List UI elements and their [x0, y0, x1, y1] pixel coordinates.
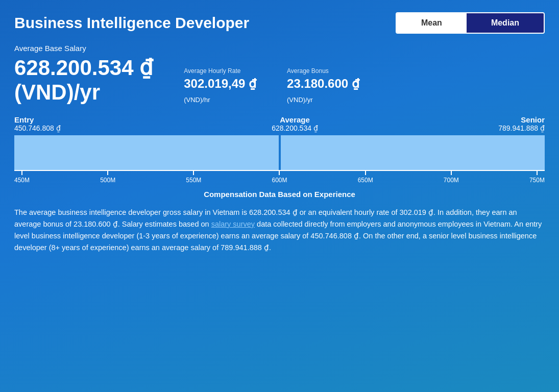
tick-mark-4	[365, 171, 366, 175]
tick-label-2: 550M	[186, 177, 201, 184]
tick-mark-3	[279, 171, 280, 175]
tick-5: 700M	[444, 171, 459, 184]
average-value: 628.200.534 ₫	[272, 124, 318, 132]
tick-mark-2	[193, 171, 194, 175]
salary-section: Average Base Salary 628.200.534 ₫ (VND)/…	[14, 44, 545, 105]
entry-title: Entry	[14, 115, 61, 124]
tick-mark-1	[107, 171, 108, 175]
main-salary-block: 628.200.534 ₫ (VND)/yr	[14, 56, 153, 105]
average-title: Average	[272, 115, 318, 124]
hourly-rate-block: Average Hourly Rate 302.019,49 ₫ (VND)/h…	[184, 67, 256, 105]
chart-section: Entry 450.746.808 ₫ Average 628.200.534 …	[14, 115, 545, 199]
senior-value: 789.941.888 ₫	[498, 124, 545, 132]
hourly-rate-label: Average Hourly Rate	[184, 67, 256, 75]
main-salary-value: 628.200.534 ₫ (VND)/yr	[14, 56, 153, 105]
main-salary-unit: (VND)/yr	[14, 80, 100, 104]
main-salary-number: 628.200.534 ₫	[14, 56, 153, 80]
tick-2: 550M	[186, 171, 201, 184]
entry-label-block: Entry 450.746.808 ₫	[14, 115, 61, 132]
page-title: Business Intelligence Developer	[14, 14, 249, 32]
tick-1: 500M	[100, 171, 115, 184]
bar-area	[14, 135, 545, 170]
description: The average business intelligence develo…	[14, 207, 545, 254]
tick-6: 750M	[529, 171, 545, 184]
tick-label-4: 650M	[358, 177, 373, 184]
axis-ticks: 450M 500M 550M 600M 650M 700M	[14, 171, 545, 184]
mean-median-toggle[interactable]: Mean Median	[396, 12, 545, 34]
tick-0: 450M	[14, 171, 30, 184]
senior-title: Senior	[498, 115, 545, 124]
bar-left	[14, 135, 279, 170]
tick-mark-6	[537, 171, 538, 175]
bonus-value: 23.180.600 ₫ (VND)/yr	[287, 77, 359, 105]
chart-title: Compensation Data Based on Experience	[14, 190, 545, 199]
median-button[interactable]: Median	[467, 13, 544, 33]
page-header: Business Intelligence Developer Mean Med…	[14, 12, 545, 34]
chart-container: 450M 500M 550M 600M 650M 700M	[14, 135, 545, 184]
tick-label-0: 450M	[14, 177, 30, 184]
tick-label-5: 700M	[444, 177, 459, 184]
bar-right	[281, 135, 545, 170]
hourly-rate-value: 302.019,49 ₫ (VND)/hr	[184, 77, 256, 105]
avg-base-label: Average Base Salary	[14, 44, 545, 53]
tick-label-3: 600M	[272, 177, 287, 184]
salary-survey-link[interactable]: salary survey	[211, 220, 255, 228]
tick-label-1: 500M	[100, 177, 115, 184]
tick-mark-0	[21, 171, 22, 175]
bonus-block: Average Bonus 23.180.600 ₫ (VND)/yr	[287, 67, 359, 105]
tick-mark-5	[451, 171, 452, 175]
bonus-label: Average Bonus	[287, 67, 359, 75]
average-label-block: Average 628.200.534 ₫	[272, 115, 318, 132]
tick-4: 650M	[358, 171, 373, 184]
tick-3: 600M	[272, 171, 287, 184]
tick-label-6: 750M	[529, 177, 545, 184]
entry-value: 450.746.808 ₫	[14, 124, 61, 132]
senior-label-block: Senior 789.941.888 ₫	[498, 115, 545, 132]
mean-button[interactable]: Mean	[397, 13, 467, 33]
salary-row: 628.200.534 ₫ (VND)/yr Average Hourly Ra…	[14, 56, 545, 105]
chart-labels-row: Entry 450.746.808 ₫ Average 628.200.534 …	[14, 115, 545, 132]
